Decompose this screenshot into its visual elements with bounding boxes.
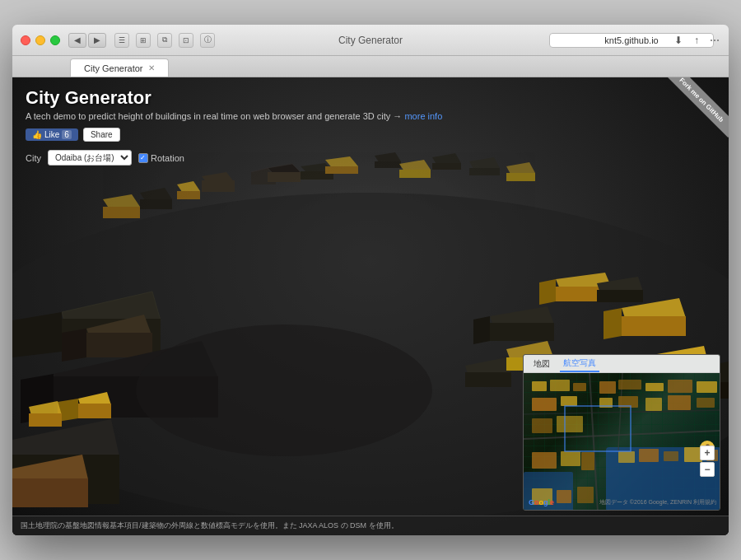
svg-rect-77 bbox=[532, 398, 557, 411]
svg-rect-75 bbox=[550, 380, 570, 391]
check-icon: ✓ bbox=[140, 154, 146, 161]
svg-rect-90 bbox=[697, 398, 715, 408]
traffic-lights bbox=[21, 35, 60, 45]
svg-rect-81 bbox=[599, 381, 616, 394]
mini-map: 地図 航空写真 bbox=[523, 354, 720, 511]
svg-rect-80 bbox=[557, 416, 583, 432]
google-logo: Google bbox=[529, 498, 554, 506]
svg-line-70 bbox=[524, 431, 720, 439]
svg-rect-92 bbox=[561, 451, 580, 466]
svg-rect-99 bbox=[664, 451, 678, 461]
city-selector[interactable]: Odaiba (お台場) bbox=[48, 150, 132, 166]
svg-rect-96 bbox=[577, 487, 594, 503]
active-tab[interactable]: City Generator ✕ bbox=[70, 58, 169, 77]
rotation-control[interactable]: ✓ Rotation bbox=[138, 153, 184, 163]
sidebar-icon[interactable]: ☰ bbox=[114, 33, 129, 48]
rotation-label: Rotation bbox=[151, 153, 184, 163]
svg-rect-93 bbox=[581, 452, 594, 470]
svg-rect-97 bbox=[618, 451, 635, 463]
more-icon[interactable]: ⋯ bbox=[707, 33, 722, 48]
city-header: City Generator A tech demo to predict he… bbox=[26, 87, 442, 166]
info-icon[interactable]: ⓘ bbox=[200, 33, 215, 48]
tab-close-button[interactable]: ✕ bbox=[148, 63, 155, 72]
mini-map-content: 🧍 + − Google 地図データ ©2016 Google, ZENRIN … bbox=[524, 373, 720, 510]
svg-rect-84 bbox=[668, 380, 692, 393]
fb-like-button[interactable]: 👍 Like 6 bbox=[26, 128, 78, 141]
browser-content: City Generator A tech demo to predict he… bbox=[12, 77, 729, 535]
tab-label: City Generator bbox=[84, 63, 143, 73]
svg-rect-85 bbox=[697, 381, 717, 393]
github-ribbon[interactable]: Fork me on GitHub bbox=[655, 77, 729, 152]
share-icon[interactable]: ↑ bbox=[689, 33, 704, 48]
map-copyright: 地図データ ©2016 Google, ZENRIN 利用規約 bbox=[599, 498, 716, 506]
map-tab-satellite[interactable]: 航空写真 bbox=[560, 356, 599, 372]
footer-text: 国土地理院の基盤地図情報基本項目/建築物の外周線と数値標高モデルを使用。また J… bbox=[21, 520, 398, 531]
close-button[interactable] bbox=[21, 35, 30, 45]
subtitle-text: A tech demo to predict height of buildin… bbox=[26, 111, 402, 121]
city-title: City Generator bbox=[26, 87, 442, 109]
city-canvas: City Generator A tech demo to predict he… bbox=[12, 77, 729, 535]
layers-icon[interactable]: ⧉ bbox=[157, 33, 172, 48]
svg-rect-95 bbox=[557, 490, 571, 503]
svg-rect-79 bbox=[532, 418, 552, 433]
tabbar: City Generator ✕ bbox=[12, 56, 729, 77]
thumbs-up-icon: 👍 bbox=[32, 130, 42, 139]
map-svg bbox=[524, 373, 720, 510]
mini-map-header: 地図 航空写真 bbox=[524, 355, 720, 373]
map-zoom-out-button[interactable]: − bbox=[700, 462, 715, 477]
rotation-checkbox[interactable]: ✓ bbox=[138, 153, 148, 163]
titlebar: ◀ ▶ ☰ ⊞ ⧉ ⊡ ⓘ City Generator knt5.github… bbox=[12, 25, 729, 56]
forward-button[interactable]: ▶ bbox=[88, 33, 106, 48]
svg-rect-98 bbox=[639, 449, 659, 462]
svg-rect-88 bbox=[645, 398, 662, 411]
svg-rect-91 bbox=[532, 452, 557, 469]
city-label-text: City bbox=[26, 153, 41, 163]
page-overlay: City Generator A tech demo to predict he… bbox=[12, 77, 729, 535]
svg-rect-78 bbox=[561, 396, 577, 406]
svg-rect-82 bbox=[618, 380, 641, 390]
github-ribbon-text[interactable]: Fork me on GitHub bbox=[664, 77, 729, 138]
nav-buttons: ◀ ▶ bbox=[68, 33, 106, 48]
svg-rect-74 bbox=[532, 381, 547, 391]
svg-rect-76 bbox=[573, 383, 586, 391]
window-title: City Generator bbox=[338, 35, 403, 46]
page-footer: 国土地理院の基盤地図情報基本項目/建築物の外周線と数値標高モデルを使用。また J… bbox=[12, 516, 729, 535]
map-background: 🧍 + − Google 地図データ ©2016 Google, ZENRIN … bbox=[524, 373, 720, 510]
right-icons: ⬇ ↑ ⋯ bbox=[671, 33, 722, 48]
maximize-button[interactable] bbox=[50, 35, 60, 45]
tabs-icon[interactable]: ⊞ bbox=[136, 33, 151, 48]
toolbar-icons: ☰ ⊞ ⧉ ⊡ ⓘ bbox=[114, 33, 215, 48]
more-info-link[interactable]: more info bbox=[404, 111, 442, 121]
map-tab-map[interactable]: 地図 bbox=[530, 357, 553, 371]
svg-rect-89 bbox=[668, 395, 691, 410]
download-icon[interactable]: ⬇ bbox=[671, 33, 686, 48]
fb-like-bar: 👍 Like 6 Share bbox=[26, 128, 442, 142]
reader-icon[interactable]: ⊡ bbox=[179, 33, 193, 48]
map-zoom-controls: + − bbox=[700, 446, 715, 477]
minimize-button[interactable] bbox=[35, 35, 45, 45]
map-zoom-in-button[interactable]: + bbox=[700, 446, 715, 460]
city-subtitle: A tech demo to predict height of buildin… bbox=[26, 111, 442, 121]
fb-like-label: Like bbox=[44, 130, 59, 139]
svg-rect-83 bbox=[645, 383, 664, 391]
back-button[interactable]: ◀ bbox=[68, 33, 86, 48]
fb-share-button[interactable]: Share bbox=[83, 128, 120, 142]
browser-window: ◀ ▶ ☰ ⊞ ⧉ ⊡ ⓘ City Generator knt5.github… bbox=[12, 25, 729, 535]
fb-like-count: 6 bbox=[62, 130, 72, 139]
city-controls: City Odaiba (お台場) ✓ Rotation bbox=[26, 150, 442, 166]
